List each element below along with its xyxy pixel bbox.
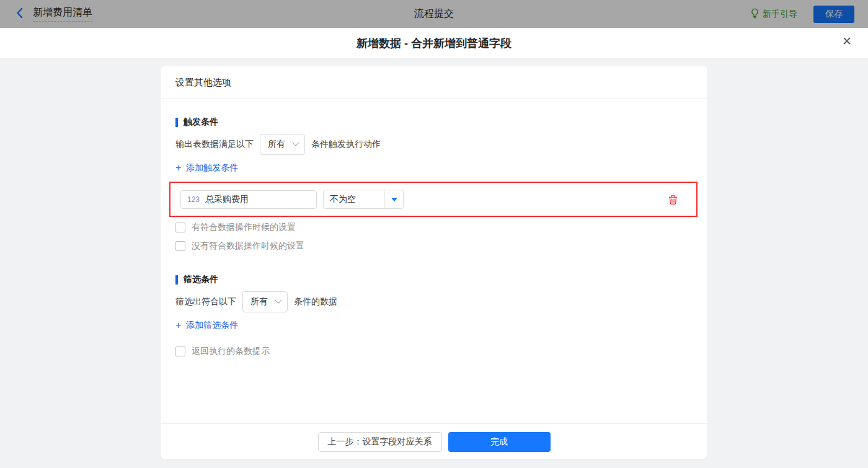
filter-section-title: 筛选条件	[175, 274, 693, 285]
filter-suffix-label: 条件的数据	[294, 296, 337, 307]
done-button[interactable]: 完成	[448, 432, 551, 452]
modal-title: 新增数据 - 合并新增到普通字段	[356, 36, 512, 51]
condition-operator-select[interactable]: 不为空	[323, 190, 404, 209]
filter-match-select[interactable]: 所有	[242, 291, 288, 312]
delete-condition-button[interactable]	[668, 195, 678, 205]
trigger-prefix-label: 输出表数据满足以下	[175, 139, 254, 150]
condition-field-input[interactable]: 123 总采购费用	[180, 190, 317, 209]
filter-prefix-label: 筛选出符合以下	[175, 296, 236, 307]
checkbox-unchecked[interactable]	[175, 241, 185, 251]
trash-icon	[668, 195, 678, 205]
modal-header: 新增数据 - 合并新增到普通字段 ✕	[0, 28, 868, 59]
section-marker-bar	[175, 118, 178, 127]
number-field-type-icon: 123	[187, 195, 200, 204]
top-bar: 新增费用清单 流程提交 新手引导 保存	[0, 0, 868, 28]
plus-icon: +	[175, 163, 181, 173]
dropdown-arrow-button[interactable]	[384, 190, 403, 208]
has-matching-data-checkbox-row[interactable]: 有符合数据操作时候的设置	[175, 222, 296, 233]
card-footer: 上一步：设置字段对应关系 完成	[161, 423, 707, 459]
highlighted-condition-row: 123 总采购费用 不为空	[169, 182, 698, 217]
close-icon[interactable]: ✕	[842, 35, 852, 47]
add-trigger-condition-link[interactable]: + 添加触发条件	[175, 162, 238, 174]
plus-icon: +	[175, 320, 181, 330]
options-card: 设置其他选项 触发条件 输出表数据满足以下 所有 条件触发执行动作 + 添加触发…	[161, 66, 707, 459]
no-matching-data-checkbox-row[interactable]: 没有符合数据操作时候的设置	[175, 241, 304, 252]
checkbox-unchecked[interactable]	[175, 347, 185, 356]
previous-step-button[interactable]: 上一步：设置字段对应关系	[318, 432, 442, 452]
card-header-title: 设置其他选项	[161, 66, 707, 99]
trigger-section-title: 触发条件	[175, 117, 693, 128]
chevron-down-icon	[292, 139, 299, 146]
chevron-down-icon	[275, 297, 281, 304]
modal-backdrop	[0, 0, 868, 28]
trigger-suffix-label: 条件触发执行动作	[311, 139, 381, 150]
card-content: 触发条件 输出表数据满足以下 所有 条件触发执行动作 + 添加触发条件 123	[161, 99, 707, 423]
filter-condition-row: 筛选出符合以下 所有 条件的数据	[175, 291, 693, 312]
add-filter-condition-link[interactable]: + 添加筛选条件	[175, 320, 238, 331]
trigger-condition-row: 输出表数据满足以下 所有 条件触发执行动作	[175, 134, 693, 155]
section-marker-bar	[175, 275, 178, 285]
trigger-match-select[interactable]: 所有	[260, 134, 305, 155]
modal-body: 设置其他选项 触发条件 输出表数据满足以下 所有 条件触发执行动作 + 添加触发…	[0, 59, 868, 468]
return-count-checkbox-row[interactable]: 返回执行的条数提示	[175, 346, 270, 357]
triangle-down-icon	[391, 198, 397, 201]
checkbox-unchecked[interactable]	[175, 223, 185, 232]
